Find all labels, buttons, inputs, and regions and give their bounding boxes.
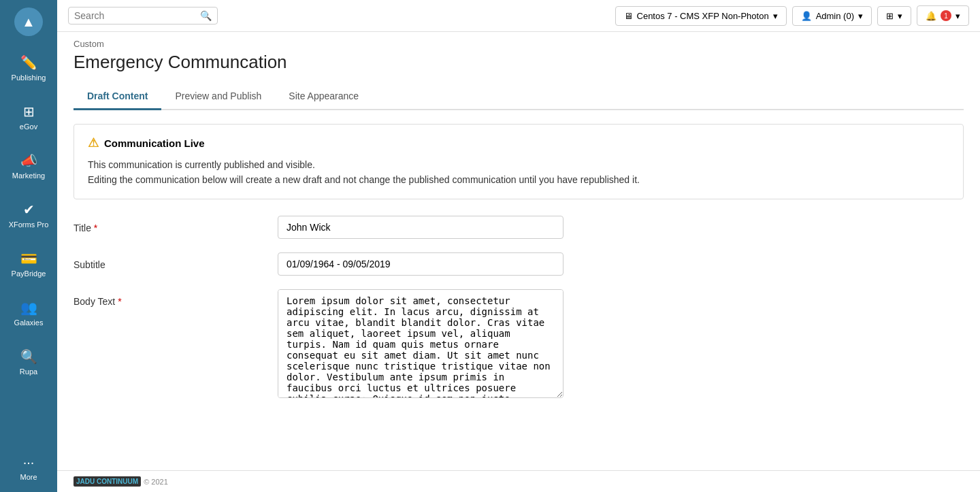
sidebar-item-publishing[interactable]: ✏️ Publishing bbox=[0, 44, 57, 93]
sidebar: ▲ ✏️ Publishing ⊞ eGov 📣 Marketing ✔ XFo… bbox=[0, 0, 57, 492]
server-label: Centos 7 - CMS XFP Non-Photon bbox=[637, 11, 769, 21]
alert-title-text: Communication Live bbox=[104, 137, 205, 149]
sidebar-item-rupa[interactable]: 🔍 Rupa bbox=[0, 338, 57, 387]
egov-icon: ⊞ bbox=[23, 103, 35, 120]
alert-line2: Editing the communication below will cre… bbox=[88, 172, 949, 187]
grid-icon: ⊞ bbox=[886, 11, 894, 21]
body-row: Body Text * Lorem ipsum dolor sit amet, … bbox=[74, 289, 964, 398]
sidebar-item-label: XForms Pro bbox=[9, 220, 49, 229]
server-dropdown-icon: ▾ bbox=[773, 11, 778, 21]
tab-preview[interactable]: Preview and Publish bbox=[161, 84, 275, 110]
admin-label: Admin (0) bbox=[816, 11, 854, 21]
logo-icon: ▲ bbox=[14, 7, 43, 36]
subtitle-input[interactable] bbox=[278, 252, 564, 276]
breadcrumb: Custom bbox=[74, 32, 964, 52]
sidebar-item-label: eGov bbox=[20, 122, 37, 131]
title-label: Title * bbox=[74, 216, 250, 233]
tab-appearance[interactable]: Site Appearance bbox=[275, 84, 372, 110]
topbar: 🔍 🖥 Centos 7 - CMS XFP Non-Photon ▾ 👤 Ad… bbox=[57, 0, 980, 32]
sidebar-item-paybridge[interactable]: 💳 PayBridge bbox=[0, 240, 57, 289]
marketing-icon: 📣 bbox=[20, 152, 37, 169]
bell-dropdown-icon: ▾ bbox=[956, 11, 960, 21]
subtitle-row: Subtitle bbox=[74, 252, 964, 276]
admin-dropdown-icon: ▾ bbox=[858, 11, 863, 21]
sidebar-item-label: Marketing bbox=[12, 171, 45, 180]
alert-title: ⚠ Communication Live bbox=[88, 135, 949, 150]
galaxies-icon: 👥 bbox=[20, 299, 37, 316]
alert-icon: ⚠ bbox=[88, 135, 99, 150]
search-icon: 🔍 bbox=[200, 10, 212, 21]
more-icon: ··· bbox=[23, 455, 35, 470]
sidebar-item-label: Rupa bbox=[20, 367, 37, 376]
body-textarea[interactable]: Lorem ipsum dolor sit amet, consectetur … bbox=[278, 289, 564, 398]
sidebar-logo[interactable]: ▲ bbox=[0, 0, 57, 44]
title-row: Title * bbox=[74, 216, 964, 239]
footer: JADU CONTINUUM © 2021 bbox=[57, 470, 980, 492]
body-label: Body Text * bbox=[74, 289, 250, 307]
rupa-icon: 🔍 bbox=[20, 348, 37, 365]
grid-button[interactable]: ⊞ ▾ bbox=[877, 6, 911, 26]
alert-box: ⚠ Communication Live This communication … bbox=[74, 124, 964, 199]
sidebar-item-marketing[interactable]: 📣 Marketing bbox=[0, 142, 57, 191]
search-box[interactable]: 🔍 bbox=[68, 7, 218, 24]
page-title: Emergency Communcation bbox=[74, 52, 964, 73]
admin-button[interactable]: 👤 Admin (0) ▾ bbox=[792, 6, 872, 26]
subtitle-label: Subtitle bbox=[74, 252, 250, 270]
topbar-right: 🖥 Centos 7 - CMS XFP Non-Photon ▾ 👤 Admi… bbox=[615, 5, 969, 26]
xforms-icon: ✔ bbox=[23, 201, 35, 218]
user-icon: 👤 bbox=[801, 11, 812, 21]
server-icon: 🖥 bbox=[624, 11, 633, 21]
publishing-icon: ✏️ bbox=[20, 54, 37, 71]
search-input[interactable] bbox=[74, 10, 196, 21]
bell-icon: 🔔 bbox=[926, 11, 936, 21]
sidebar-item-galaxies[interactable]: 👥 Galaxies bbox=[0, 289, 57, 338]
server-button[interactable]: 🖥 Centos 7 - CMS XFP Non-Photon ▾ bbox=[615, 6, 787, 26]
sidebar-item-label: Publishing bbox=[12, 73, 46, 82]
sidebar-item-xforms[interactable]: ✔ XForms Pro bbox=[0, 191, 57, 240]
footer-year: © 2021 bbox=[144, 478, 168, 486]
bell-button[interactable]: 🔔 1 ▾ bbox=[917, 5, 969, 26]
title-required: * bbox=[94, 223, 97, 233]
main-content: 🔍 🖥 Centos 7 - CMS XFP Non-Photon ▾ 👤 Ad… bbox=[57, 0, 980, 492]
tabs: Draft Content Preview and Publish Site A… bbox=[74, 84, 964, 110]
sidebar-item-label: Galaxies bbox=[14, 318, 44, 327]
grid-dropdown-icon: ▾ bbox=[898, 11, 902, 21]
sidebar-item-label: More bbox=[20, 473, 37, 481]
sidebar-item-more[interactable]: ··· More bbox=[0, 443, 57, 492]
paybridge-icon: 💳 bbox=[20, 250, 37, 267]
alert-line1: This communication is currently publishe… bbox=[88, 157, 949, 172]
tab-draft[interactable]: Draft Content bbox=[74, 84, 161, 110]
title-input[interactable] bbox=[278, 216, 564, 239]
alert-text: This communication is currently publishe… bbox=[88, 157, 949, 188]
jadu-brand: JADU CONTINUUM bbox=[74, 476, 141, 487]
sidebar-item-egov[interactable]: ⊞ eGov bbox=[0, 93, 57, 142]
body-required: * bbox=[118, 296, 121, 307]
page-content: Custom Emergency Communcation Draft Cont… bbox=[57, 32, 980, 470]
notification-badge: 1 bbox=[941, 10, 951, 21]
sidebar-item-label: PayBridge bbox=[12, 269, 46, 278]
